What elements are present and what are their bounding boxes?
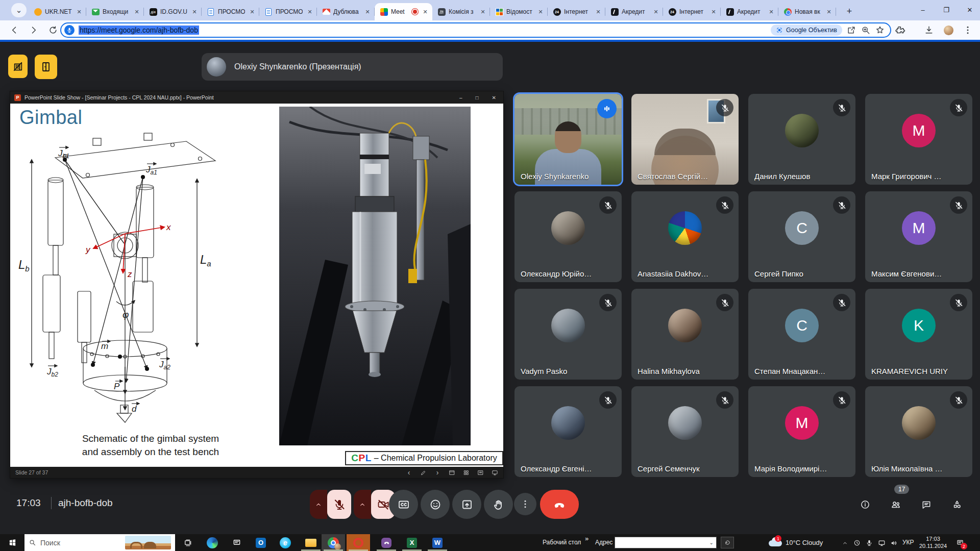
taskbar-app-excel[interactable]: X (400, 534, 424, 551)
tab-входящи[interactable]: Входящи✕ (86, 3, 144, 20)
weather-icon[interactable]: 1 (769, 537, 782, 546)
address-toolbar-input[interactable]: ⌄ (615, 537, 717, 548)
activities-panel-icon[interactable] (950, 498, 964, 511)
camera-options-chevron[interactable] (354, 490, 371, 519)
chat-panel-icon[interactable] (920, 498, 933, 511)
address-dropdown-chevron[interactable]: ⌄ (709, 540, 716, 545)
presenter-bar[interactable]: Olexiy Shynkarenko (Презентація) (202, 53, 503, 81)
pinned-app-building-icon[interactable] (8, 55, 28, 78)
tab-close-icon[interactable]: ✕ (306, 8, 314, 16)
tab-просмо[interactable]: ПРОСМО✕ (202, 3, 259, 20)
tab-close-icon[interactable]: ✕ (652, 8, 660, 16)
taskbar-app-opera[interactable] (347, 534, 370, 551)
start-button[interactable] (0, 534, 24, 551)
taskbar-app-word[interactable]: W (426, 534, 449, 551)
taskbar-app-outlook[interactable]: O (249, 534, 273, 551)
taskbar-app-edge[interactable] (201, 534, 224, 551)
action-center-icon[interactable]: 2 (955, 538, 965, 547)
desktop-toolbar-label[interactable]: Рабочий стол (543, 539, 581, 546)
extensions-icon[interactable] (894, 24, 906, 36)
google-lens-chip[interactable]: Google Объектив (771, 24, 842, 36)
new-tab-button[interactable]: + (842, 4, 856, 18)
tray-clock-icon[interactable] (852, 538, 862, 547)
tab-close-icon[interactable]: ✕ (536, 8, 545, 16)
captions-button[interactable] (389, 490, 418, 519)
tab-ukr-net[interactable]: UKR.NET✕ (29, 3, 86, 20)
forward-button[interactable] (28, 24, 40, 36)
participant-tile[interactable]: Святослав Сергій… (631, 94, 739, 185)
ppt-minimize-button[interactable]: – (459, 95, 462, 101)
tab-close-icon[interactable]: ✕ (825, 8, 833, 16)
participant-tile[interactable]: CСтепан Мнацакан… (748, 289, 855, 380)
tray-mic-icon[interactable] (865, 538, 874, 547)
taskbar-app-store[interactable] (225, 534, 249, 551)
powerpoint-title-bar[interactable]: P PowerPoint Slide Show - [Seminar Proje… (10, 91, 503, 104)
view-grid-icon[interactable] (462, 469, 470, 476)
participant-tile[interactable]: Данил Кулешов (748, 94, 855, 185)
meeting-details-icon[interactable] (859, 498, 872, 511)
tab-відомост[interactable]: Відомост✕ (490, 3, 548, 20)
participant-tile[interactable]: Сергей Семенчук (631, 386, 739, 477)
participant-tile[interactable]: Vadym Pasko (514, 289, 622, 380)
tray-expand-chevron[interactable] (840, 538, 849, 547)
mic-options-chevron[interactable] (310, 490, 327, 519)
reload-button[interactable] (47, 24, 59, 36)
participant-tile[interactable]: Halina Mikhaylova (631, 289, 739, 380)
tab-інтернет[interactable]: 24Інтернет✕ (663, 3, 721, 20)
tray-volume-icon[interactable] (889, 538, 898, 547)
tab-close-icon[interactable]: ✕ (421, 8, 429, 16)
tray-display-icon[interactable] (877, 538, 886, 547)
tab-інтернет[interactable]: 24Інтернет✕ (548, 3, 605, 20)
participant-tile[interactable]: MМаксим Євгенови… (865, 191, 972, 282)
taskbar-search[interactable]: Поиск (24, 534, 175, 551)
reactions-button[interactable] (421, 490, 450, 519)
profile-avatar[interactable] (942, 24, 954, 36)
zoom-icon[interactable] (861, 25, 871, 35)
window-close-button[interactable]: ✕ (959, 0, 980, 19)
slideshow-next[interactable]: › (434, 469, 441, 476)
back-button[interactable] (8, 24, 20, 36)
tab-акредит[interactable]: Акредит✕ (605, 3, 663, 20)
participant-tile[interactable]: CСергей Пипко (748, 191, 855, 282)
participant-tile[interactable]: Олександр Юрійо… (514, 191, 622, 282)
taskbar-app-viber[interactable] (375, 534, 398, 551)
tab-дублюва[interactable]: Дублюва✕ (317, 3, 375, 20)
participant-tile[interactable]: Юлія Миколаївна … (865, 386, 972, 477)
tab-search-chevron-button[interactable]: ⌄ (11, 3, 27, 17)
participant-tile[interactable]: Anastasiia Dakhov… (631, 191, 739, 282)
view-read-icon[interactable] (477, 469, 484, 476)
tab-id-gov-u[interactable]: діяID.GOV.U✕ (144, 3, 202, 20)
task-view-icon[interactable] (178, 534, 198, 551)
url-text-selected[interactable]: https://meet.google.com/ajh-bofb-dob (79, 26, 199, 35)
present-button[interactable] (452, 490, 481, 519)
weather-text[interactable]: 10°C Cloudy (786, 539, 823, 546)
language-indicator[interactable]: УКР (902, 539, 914, 546)
window-restore-button[interactable]: ❐ (935, 0, 958, 19)
people-panel-icon[interactable] (889, 498, 902, 511)
ppt-maximize-button[interactable]: □ (476, 95, 479, 101)
address-go-button[interactable] (721, 537, 734, 548)
bookmark-star-icon[interactable] (875, 25, 885, 35)
tab-close-icon[interactable]: ✕ (594, 8, 602, 16)
tab-meet[interactable]: Meet✕ (375, 3, 432, 20)
end-call-button[interactable] (540, 490, 579, 519)
slideshow-prev[interactable]: ‹ (405, 469, 412, 476)
ppt-close-button[interactable]: ✕ (492, 95, 496, 101)
downloads-icon[interactable] (923, 24, 935, 36)
participant-tile[interactable]: MМарк Григорович … (865, 94, 972, 185)
participant-tile[interactable]: MМарія Володимирі… (748, 386, 855, 477)
mic-toggle-button[interactable] (327, 490, 351, 519)
raise-hand-button[interactable] (484, 490, 513, 519)
view-slide-icon[interactable] (448, 469, 455, 476)
window-minimize-button[interactable]: – (912, 0, 934, 19)
pinned-app-door-icon[interactable] (35, 55, 57, 79)
mic-permission-icon[interactable] (64, 25, 75, 35)
tab-close-icon[interactable]: ✕ (363, 8, 372, 16)
tab-close-icon[interactable]: ✕ (248, 8, 256, 16)
open-in-window-icon[interactable] (846, 25, 856, 35)
tab-close-icon[interactable]: ✕ (767, 8, 775, 16)
address-bar[interactable]: https://meet.google.com/ajh-bofb-dob Goo… (60, 22, 891, 38)
tab-акредит[interactable]: Акредит✕ (721, 3, 778, 20)
participant-tile[interactable]: Olexiy Shynkarenko (514, 94, 622, 185)
participant-tile[interactable]: KKRAMAREVICH URIY (865, 289, 972, 380)
